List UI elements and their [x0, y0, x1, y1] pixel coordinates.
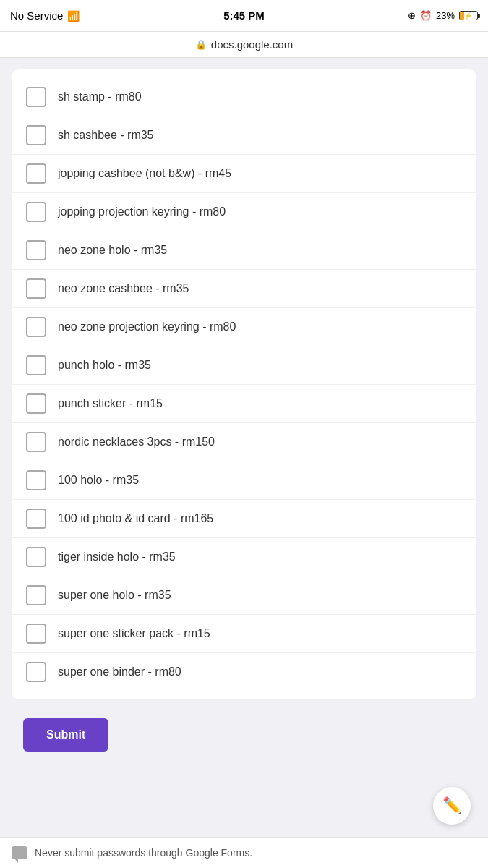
alarm-icon: ⏰	[420, 10, 432, 21]
checkbox-label-12: 100 id photo & id card - rm165	[58, 511, 213, 527]
checkbox-label-13: tiger inside holo - rm35	[58, 549, 176, 565]
list-item: punch sticker - rm15	[12, 385, 476, 423]
checkbox-label-3: jopping cashbee (not b&w) - rm45	[58, 166, 231, 182]
checkbox-4[interactable]	[26, 202, 46, 222]
footer-warning: Never submit passwords through Google Fo…	[0, 837, 488, 868]
list-item: neo zone holo - rm35	[12, 231, 476, 270]
checkbox-1[interactable]	[26, 87, 46, 107]
checkbox-13[interactable]	[26, 547, 46, 567]
checkbox-11[interactable]	[26, 470, 46, 490]
checkbox-8[interactable]	[26, 355, 46, 375]
checkbox-3[interactable]	[26, 163, 46, 184]
checkbox-label-9: punch sticker - rm15	[58, 396, 163, 412]
status-time: 5:45 PM	[223, 9, 265, 22]
status-left: No Service 📶	[10, 9, 111, 22]
checkbox-label-2: sh cashbee - rm35	[58, 127, 154, 143]
list-item: sh stamp - rm80	[12, 78, 476, 116]
checkbox-7[interactable]	[26, 317, 46, 337]
list-item: nordic necklaces 3pcs - rm150	[12, 423, 476, 461]
checkbox-label-10: nordic necklaces 3pcs - rm150	[58, 434, 215, 450]
list-item: neo zone projection keyring - rm80	[12, 308, 476, 346]
no-service-text: No Service	[10, 9, 63, 22]
checkbox-14[interactable]	[26, 585, 46, 605]
list-item: neo zone cashbee - rm35	[12, 270, 476, 308]
form-card: sh stamp - rm80sh cashbee - rm35jopping …	[12, 69, 476, 699]
status-bar: No Service 📶 5:45 PM ⊕ ⏰ 23% ⚡	[0, 0, 488, 32]
url-text: docs.google.com	[211, 38, 293, 51]
submit-button[interactable]: Submit	[23, 718, 108, 752]
checkbox-label-11: 100 holo - rm35	[58, 472, 139, 488]
battery-lightning: ⚡	[464, 12, 472, 20]
checkbox-label-1: sh stamp - rm80	[58, 89, 142, 105]
fab-edit-button[interactable]: ✏️	[433, 787, 471, 825]
checkbox-16[interactable]	[26, 662, 46, 682]
edit-icon: ✏️	[442, 796, 462, 815]
lock-icon: 🔒	[195, 39, 207, 50]
list-item: jopping projection keyring - rm80	[12, 193, 476, 231]
location-icon: ⊕	[408, 10, 416, 21]
list-item: super one holo - rm35	[12, 576, 476, 615]
checkbox-9[interactable]	[26, 393, 46, 414]
main-content: sh stamp - rm80sh cashbee - rm35jopping …	[0, 58, 488, 781]
checkbox-label-15: super one sticker pack - rm15	[58, 626, 210, 642]
list-item: tiger inside holo - rm35	[12, 538, 476, 576]
list-item: punch holo - rm35	[12, 346, 476, 385]
list-item: jopping cashbee (not b&w) - rm45	[12, 155, 476, 193]
checkbox-15[interactable]	[26, 624, 46, 644]
checkbox-label-7: neo zone projection keyring - rm80	[58, 319, 236, 335]
wifi-icon: 📶	[67, 10, 80, 22]
checkbox-6[interactable]	[26, 278, 46, 299]
speech-bubble-icon	[12, 846, 27, 859]
battery-icon: ⚡	[459, 11, 478, 20]
url-bar[interactable]: 🔒 docs.google.com	[0, 32, 488, 58]
list-item: 100 id photo & id card - rm165	[12, 500, 476, 538]
battery-percent: 23%	[436, 10, 455, 21]
checkbox-label-16: super one binder - rm80	[58, 664, 181, 680]
checkbox-label-5: neo zone holo - rm35	[58, 242, 167, 258]
list-item: super one sticker pack - rm15	[12, 615, 476, 653]
checkbox-10[interactable]	[26, 432, 46, 452]
checkbox-5[interactable]	[26, 240, 46, 260]
checkbox-label-6: neo zone cashbee - rm35	[58, 281, 189, 297]
status-right: ⊕ ⏰ 23% ⚡	[377, 10, 478, 21]
footer-warning-text: Never submit passwords through Google Fo…	[35, 847, 252, 859]
list-item: 100 holo - rm35	[12, 461, 476, 500]
checkbox-2[interactable]	[26, 125, 46, 145]
submit-row: Submit	[12, 711, 476, 763]
checkbox-label-8: punch holo - rm35	[58, 357, 151, 373]
list-item: sh cashbee - rm35	[12, 116, 476, 155]
checkbox-label-14: super one holo - rm35	[58, 587, 171, 603]
checkbox-12[interactable]	[26, 509, 46, 529]
list-item: super one binder - rm80	[12, 653, 476, 691]
checkbox-label-4: jopping projection keyring - rm80	[58, 204, 226, 220]
